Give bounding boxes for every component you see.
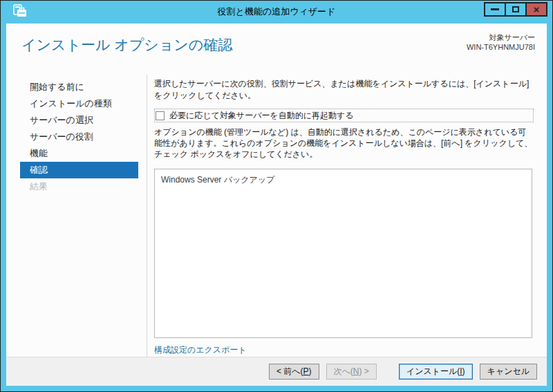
maximize-button[interactable]: [505, 2, 527, 17]
nav-item-installation-type[interactable]: インストールの種類: [20, 95, 138, 112]
minimize-icon: [491, 8, 499, 10]
cancel-button[interactable]: キャンセル: [480, 364, 537, 380]
wizard-header: インストール オプションの確認 対象サーバー WIN-T6YHNMJU78I: [6, 24, 547, 75]
close-button[interactable]: ×: [525, 2, 547, 17]
restart-checkbox-row[interactable]: 必要に応じて対象サーバーを自動的に再起動する: [154, 109, 534, 122]
nav-item-server-selection[interactable]: サーバーの選択: [20, 112, 138, 129]
wizard-steps-nav: 開始する前に インストールの種類 サーバーの選択 サーバーの役割 機能 確認 結…: [6, 79, 147, 195]
wizard-window: 役割と機能の追加ウィザード × インストール オプションの確認 対象サーバー W…: [0, 0, 553, 392]
close-icon: ×: [534, 4, 540, 15]
target-server-name: WIN-T6YHNMJU78I: [467, 42, 535, 52]
wizard-footer: < 前へ(P) 次へ(N) > インストール(I) キャンセル: [6, 357, 547, 386]
sidebar-divider: [147, 75, 147, 357]
window-controls: ×: [485, 2, 547, 17]
confirmation-content: 選択したサーバーに次の役割、役割サービス、または機能をインストールするには、[イ…: [154, 75, 534, 366]
nav-item-confirmation[interactable]: 確認: [20, 162, 138, 178]
nav-item-features[interactable]: 機能: [20, 145, 138, 162]
nav-item-results: 結果: [20, 178, 138, 195]
selected-items-listbox: Windows Server バックアップ: [154, 169, 532, 338]
target-server: 対象サーバー WIN-T6YHNMJU78I: [467, 32, 535, 52]
window-title: 役割と機能の追加ウィザード: [1, 6, 552, 18]
wizard-panel: インストール オプションの確認 対象サーバー WIN-T6YHNMJU78I 開…: [6, 24, 547, 386]
next-button: 次へ(N) >: [326, 364, 377, 380]
minimize-button[interactable]: [484, 2, 506, 17]
install-button[interactable]: インストール(I): [399, 364, 473, 380]
nav-item-server-roles[interactable]: サーバーの役割: [20, 129, 138, 145]
intro-text: 選択したサーバーに次の役割、役割サービス、または機能をインストールするには、[イ…: [154, 78, 534, 102]
restart-checkbox[interactable]: [156, 111, 165, 120]
previous-button[interactable]: < 前へ(P): [269, 364, 319, 380]
titlebar: 役割と機能の追加ウィザード ×: [1, 1, 552, 24]
page-title: インストール オプションの確認: [21, 35, 232, 55]
optional-features-note: オプションの機能 (管理ツールなど) は、自動的に選択されるため、このページに表…: [154, 127, 534, 160]
nav-item-before-you-begin[interactable]: 開始する前に: [20, 79, 138, 95]
restart-checkbox-label[interactable]: 必要に応じて対象サーバーを自動的に再起動する: [169, 110, 354, 122]
target-server-label: 対象サーバー: [467, 32, 535, 42]
list-item: Windows Server バックアップ: [161, 174, 525, 185]
maximize-icon: [512, 6, 519, 12]
export-configuration-link[interactable]: 構成設定のエクスポート: [154, 344, 247, 355]
